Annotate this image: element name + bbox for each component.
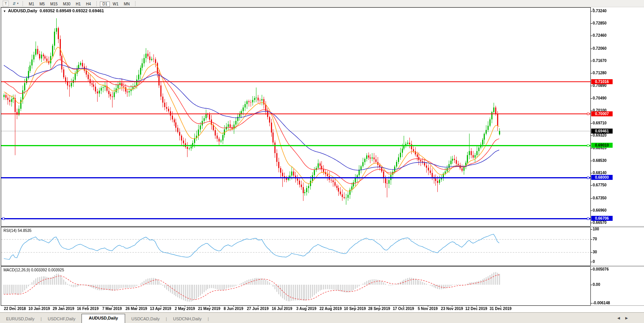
price-tag-0.69010: 0.69010 [591,143,613,148]
price-axis-tick: 0.69710 [593,121,607,125]
price-axis-tick: 0.70490 [593,96,607,100]
chart-tabbar: EURUSD,Daily|USDCHF,DailyAUDUSD,DailyUSD… [0,312,644,323]
chart-tab-usdcad[interactable]: USDCAD,Daily [125,315,166,323]
price-axis-tick: 0.72850 [593,21,607,25]
chart-canvas[interactable] [0,0,644,323]
tab-scroll-right-icon[interactable]: ▶ [625,316,633,320]
chart-dropdown-icon[interactable]: ▼ [3,10,6,13]
timeframe-group: D1W1MN [100,0,132,7]
chart-tab-eurusd[interactable]: EURUSD,Daily [0,315,41,323]
price-tag-0.71016: 0.71016 [591,79,613,84]
timeframe-button-m5[interactable]: M5 [37,2,47,7]
chart-title: ▼AUDUSD,Daily 0.69352 0.69549 0.69322 0.… [3,8,104,13]
timeframe-button-h4[interactable]: H4 [83,2,94,7]
tab-scroll-left-icon[interactable]: ◀ [617,316,625,320]
chart-symbol-label: AUDUSD,Daily [8,8,37,13]
macd-axis-tick: 0.005076 [593,267,609,271]
tab-scroll-arrows: ◀▶ [617,316,633,320]
price-tag-0.68000: 0.68000 [591,175,613,180]
arrows-icon: ⇵ [13,2,15,6]
price-tag-0.70007: 0.70007 [591,111,613,116]
macd-axis-tick: 0.00 [593,282,600,287]
timeframe-button-h1[interactable]: H1 [73,2,83,7]
price-axis-tick: 0.72460 [593,33,607,38]
rsi-axis-tick: 0 [593,259,595,264]
rsi-axis-tick: 30 [593,250,597,254]
cursor-mode-button[interactable]: ⇵ ▼ [11,1,20,7]
timeframe-button-w1[interactable]: W1 [110,2,121,7]
text-tool-icon: T [3,1,9,7]
rsi-indicator-label: RSI(14) 54.8535 [3,228,31,233]
price-axis-tick: 0.73240 [593,9,607,13]
macd-indicator-label: MACD(12,26,9) 0.003392 0.003925 [3,268,64,272]
rsi-axis-tick: 100 [593,227,599,231]
text-tool-button[interactable]: T [2,1,10,7]
chart-tab-usdchf[interactable]: USDCHF,Daily [42,315,82,323]
top-toolbar: T ⇵ ▼ M1M5M15M30H1H4 D1W1MN [0,0,644,7]
timeframe-button-mn[interactable]: MN [121,2,132,7]
timeframe-button-m1[interactable]: M1 [26,2,37,7]
toolbar-grip [23,1,24,6]
toolbar-grip [135,1,136,6]
date-axis-label: 31 Dec 2019 [483,307,518,311]
price-axis-tick: 0.68530 [593,158,607,163]
macd-axis-tick: -0.006148 [593,301,610,305]
rsi-axis-tick: 70 [593,237,597,241]
toolbar-grip [96,1,98,6]
price-axis-tick: 0.67350 [593,196,607,200]
trading-app-window: T ⇵ ▼ M1M5M15M30H1H4 D1W1MN ▼AUDUSD,Dail… [0,0,644,323]
chart-ohlc-quote: 0.69352 0.69549 0.69322 0.69461 [39,8,104,13]
price-tag-0.69461: 0.69461 [591,129,613,134]
price-tag-0.66706: 0.66706 [591,216,613,221]
timeframe-button-m15[interactable]: M15 [47,2,60,7]
timeframe-button-d1[interactable]: D1 [100,2,110,7]
dropdown-caret-icon: ▼ [16,2,19,5]
timeframe-button-m30[interactable]: M30 [60,2,73,7]
chart-tab-audusd[interactable]: AUDUSD,Daily [82,314,125,323]
chart-tab-usdcnh[interactable]: USDCNH,Daily [167,315,208,323]
price-axis-tick: 0.72060 [593,46,607,51]
axis-scroll-up-icon[interactable]: ▲ [592,7,595,10]
price-axis-tick: 0.66960 [593,208,607,212]
tab-separator: | [208,316,209,323]
price-axis-tick: 0.68140 [593,171,607,175]
price-axis-tick: 0.66570 [593,220,607,225]
price-axis-tick: 0.71670 [593,59,607,63]
timeframe-group: M1M5M15M30H1H4 [26,0,93,7]
price-axis-tick: 0.71280 [593,71,607,75]
price-axis-tick: 0.69320 [593,133,607,137]
price-axis-tick: 0.67750 [593,183,607,187]
